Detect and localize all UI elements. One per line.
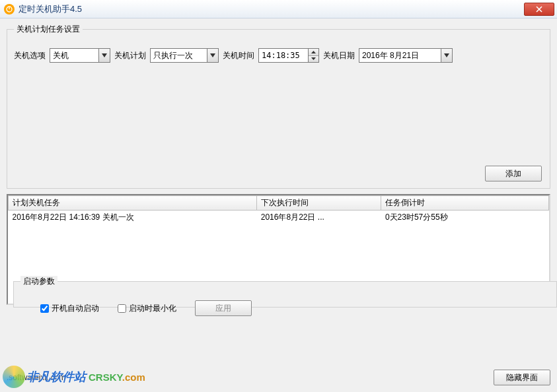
- spin-down-button[interactable]: [309, 56, 318, 63]
- startup-groupbox: 启动参数 开机自动启动 启动时最小化 应用: [13, 276, 557, 308]
- table-header-row: 计划关机任务 下次执行时间 任务倒计时: [9, 196, 549, 211]
- chevron-down-icon: [311, 57, 316, 60]
- col-countdown[interactable]: 任务倒计时: [381, 196, 549, 211]
- minimize-input[interactable]: [118, 304, 126, 313]
- svg-marker-8: [444, 53, 449, 57]
- autostart-input[interactable]: [40, 304, 49, 313]
- time-input[interactable]: 14:18:35: [258, 48, 319, 63]
- footer: .softwarejxk.com 隐藏界面: [7, 370, 550, 385]
- chevron-down-icon: [207, 49, 218, 62]
- autostart-checkbox[interactable]: 开机自动启动: [40, 303, 99, 314]
- chevron-down-icon: [98, 49, 110, 62]
- titlebar: 定时关机助手4.5: [0, 0, 557, 18]
- startup-legend: 启动参数: [20, 276, 57, 287]
- minimize-label: 启动时最小化: [129, 303, 176, 314]
- chevron-down-icon: [441, 49, 452, 62]
- time-label: 关机时间: [223, 50, 254, 61]
- time-spinner: [308, 49, 318, 62]
- autostart-label: 开机自动启动: [52, 303, 99, 314]
- time-text: 14:18:35: [259, 51, 308, 60]
- date-text: 2016年 8月21日: [359, 50, 441, 61]
- app-icon: [4, 4, 15, 15]
- plan-label: 关机计划: [114, 50, 146, 61]
- col-next[interactable]: 下次执行时间: [257, 196, 381, 211]
- schedule-legend: 关机计划任务设置: [14, 24, 83, 35]
- plan-combo-text: 只执行一次: [151, 50, 207, 61]
- add-button[interactable]: 添加: [485, 166, 542, 181]
- chevron-up-icon: [311, 51, 316, 53]
- window-title: 定时关机助手4.5: [19, 3, 82, 15]
- option-label: 关机选项: [14, 50, 46, 61]
- close-icon: [536, 6, 542, 13]
- table-row[interactable]: 2016年8月22日 14:16:39 关机一次 2016年8月22日 ... …: [9, 211, 549, 225]
- svg-marker-5: [210, 53, 215, 57]
- date-input[interactable]: 2016年 8月21日: [359, 48, 453, 63]
- cell-next: 2016年8月22日 ...: [257, 211, 381, 225]
- svg-marker-7: [311, 57, 316, 60]
- client-area: 关机计划任务设置 关机选项 关机 关机计划 只执行一次 关机时间 14:18:3…: [0, 18, 557, 392]
- schedule-groupbox: 关机计划任务设置 关机选项 关机 关机计划 只执行一次 关机时间 14:18:3…: [7, 24, 550, 189]
- option-combo-text: 关机: [50, 50, 98, 61]
- date-label: 关机日期: [323, 50, 355, 61]
- svg-marker-4: [102, 53, 107, 57]
- cell-task: 2016年8月22日 14:16:39 关机一次: [9, 211, 257, 225]
- hide-ui-button[interactable]: 隐藏界面: [494, 370, 550, 385]
- col-task[interactable]: 计划关机任务: [9, 196, 257, 211]
- website-label: .softwarejxk.com: [7, 373, 65, 382]
- apply-button[interactable]: 应用: [195, 300, 252, 316]
- cell-countdown: 0天23时57分55秒: [381, 211, 549, 225]
- svg-marker-6: [311, 51, 316, 53]
- close-button[interactable]: [524, 3, 554, 16]
- schedule-row: 关机选项 关机 关机计划 只执行一次 关机时间 14:18:35: [14, 48, 543, 63]
- minimize-checkbox[interactable]: 启动时最小化: [118, 303, 176, 314]
- plan-combo[interactable]: 只执行一次: [150, 48, 219, 63]
- option-combo[interactable]: 关机: [50, 48, 110, 63]
- spin-up-button[interactable]: [309, 49, 318, 56]
